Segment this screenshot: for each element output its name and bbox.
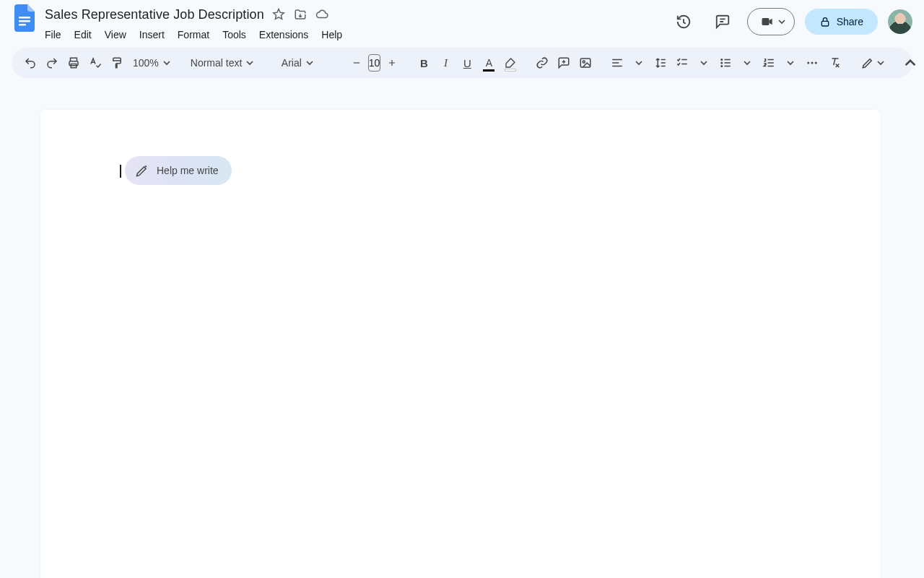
text-cursor [120, 165, 121, 178]
svg-point-10 [721, 62, 723, 64]
svg-rect-14 [725, 66, 731, 67]
menu-format[interactable]: Format [172, 26, 215, 43]
insert-image-button[interactable] [575, 53, 596, 73]
underline-button[interactable]: U [457, 53, 477, 73]
chevron-down-icon [246, 59, 253, 66]
magic-pencil-icon [135, 163, 149, 178]
share-button[interactable]: Share [805, 9, 878, 35]
chevron-down-icon [306, 59, 313, 66]
undo-button[interactable] [20, 53, 40, 73]
star-icon[interactable] [271, 7, 286, 22]
paint-format-button[interactable] [107, 53, 127, 73]
toolbar: 100% Normal text Arial 10 B I U A [12, 48, 912, 78]
chevron-down-icon [163, 59, 170, 66]
svg-point-16 [811, 62, 814, 64]
clear-formatting-button[interactable] [825, 53, 845, 73]
font-size-value: 10 [369, 57, 380, 69]
insert-link-button[interactable] [532, 53, 552, 73]
italic-button[interactable]: I [435, 53, 456, 73]
text-color-button[interactable]: A [479, 53, 499, 73]
meet-button[interactable] [747, 8, 795, 35]
help-me-write-button[interactable]: Help me write [125, 156, 232, 185]
line-spacing-button[interactable] [650, 53, 671, 73]
collapse-toolbar-button[interactable] [900, 53, 920, 73]
print-button[interactable] [64, 53, 84, 73]
font-size-input[interactable]: 10 [368, 54, 381, 72]
menu-edit[interactable]: Edit [69, 26, 97, 43]
svg-rect-0 [19, 17, 30, 19]
svg-point-17 [815, 62, 817, 64]
svg-point-8 [583, 61, 585, 63]
menu-tools[interactable]: Tools [217, 26, 252, 43]
increase-font-button[interactable] [382, 53, 402, 73]
document-canvas[interactable]: Help me write [0, 85, 924, 578]
bulleted-list-dropdown[interactable] [737, 53, 757, 73]
pencil-icon [861, 56, 874, 69]
svg-rect-13 [725, 62, 731, 64]
menu-bar: File Edit View Insert Format Tools Exten… [39, 25, 669, 45]
svg-rect-12 [725, 59, 731, 61]
add-comment-button[interactable] [554, 53, 574, 73]
chevron-down-icon [877, 59, 884, 66]
checklist-button[interactable] [672, 53, 692, 73]
svg-rect-1 [19, 20, 30, 22]
svg-point-9 [721, 59, 723, 61]
bold-button[interactable]: B [414, 53, 434, 73]
more-options-button[interactable] [802, 53, 822, 73]
svg-rect-7 [581, 59, 591, 67]
document-title[interactable]: Sales Representative Job Description [45, 7, 264, 22]
menu-file[interactable]: File [39, 26, 67, 43]
share-label: Share [837, 16, 863, 27]
font-dropdown[interactable]: Arial [277, 53, 335, 73]
align-dropdown[interactable] [629, 53, 649, 73]
editing-mode-button[interactable] [857, 53, 889, 73]
align-button[interactable] [607, 53, 627, 73]
zoom-dropdown[interactable]: 100% [128, 53, 175, 73]
lock-icon [819, 16, 831, 27]
menu-extensions[interactable]: Extensions [253, 26, 314, 43]
comments-icon[interactable] [708, 7, 737, 36]
svg-point-15 [808, 62, 810, 64]
chevron-down-icon [778, 18, 785, 25]
svg-rect-4 [821, 21, 828, 26]
numbered-list-button[interactable] [759, 53, 779, 73]
menu-insert[interactable]: Insert [134, 26, 170, 43]
decrease-font-button[interactable] [346, 53, 367, 73]
checklist-dropdown[interactable] [694, 53, 714, 73]
last-edit-icon[interactable] [669, 7, 698, 36]
svg-rect-2 [19, 24, 26, 26]
paragraph-style-value: Normal text [191, 57, 243, 69]
docs-app-icon[interactable] [12, 4, 38, 39]
svg-rect-3 [762, 18, 769, 25]
font-value: Arial [282, 57, 302, 69]
move-icon[interactable] [293, 7, 308, 22]
highlight-color-button[interactable] [500, 53, 520, 73]
bulleted-list-button[interactable] [715, 53, 736, 73]
account-avatar[interactable] [888, 9, 912, 34]
numbered-list-dropdown[interactable] [780, 53, 801, 73]
redo-button[interactable] [42, 53, 62, 73]
menu-help[interactable]: Help [315, 26, 348, 43]
spellcheck-button[interactable] [85, 53, 105, 73]
paragraph-style-dropdown[interactable]: Normal text [186, 53, 266, 73]
document-page[interactable]: Help me write [40, 110, 881, 578]
zoom-value: 100% [133, 57, 159, 69]
menu-view[interactable]: View [99, 26, 132, 43]
help-me-write-label: Help me write [157, 165, 219, 176]
svg-point-11 [721, 65, 723, 67]
cloud-status-icon[interactable] [315, 7, 329, 22]
